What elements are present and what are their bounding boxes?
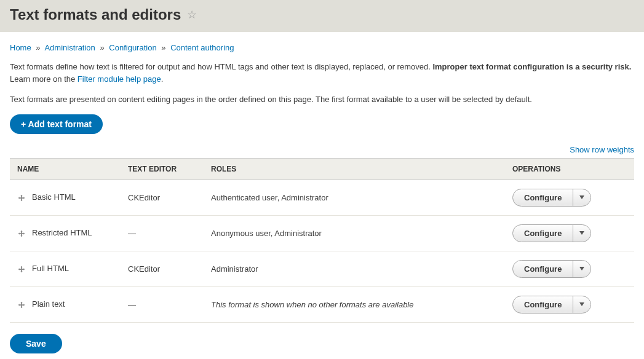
column-header-name: NAME	[10, 158, 121, 180]
filter-help-link[interactable]: Filter module help page	[78, 74, 161, 84]
format-roles: Authenticated user, Administrator	[204, 180, 505, 215]
format-editor: —	[121, 215, 204, 251]
drag-handle-icon[interactable]	[17, 194, 26, 202]
drag-handle-icon[interactable]	[17, 301, 26, 309]
dropdown-toggle[interactable]	[573, 261, 590, 277]
add-text-format-button[interactable]: + Add text format	[10, 114, 103, 134]
format-name: Plain text	[32, 299, 65, 309]
table-row: Full HTMLCKEditorAdministratorConfigure	[10, 251, 634, 286]
format-name: Basic HTML	[32, 192, 76, 202]
breadcrumb-separator: »	[36, 43, 40, 52]
intro-line1-post: .	[161, 74, 164, 84]
chevron-down-icon	[579, 231, 584, 235]
intro-text: Text formats define how text is filtered…	[10, 61, 634, 106]
page-title: Text formats and editors	[10, 6, 181, 23]
breadcrumb-separator: »	[100, 43, 104, 52]
format-roles: This format is shown when no other forma…	[204, 286, 505, 322]
page-header: Text formats and editors ☆	[0, 0, 644, 32]
favorite-star-icon[interactable]: ☆	[187, 8, 197, 22]
format-editor: CKEditor	[121, 251, 204, 286]
format-roles: Administrator	[204, 251, 505, 286]
table-row: Plain text—This format is shown when no …	[10, 286, 634, 322]
format-name: Full HTML	[32, 264, 69, 273]
breadcrumb-link-home[interactable]: Home	[10, 43, 31, 52]
breadcrumb-separator: »	[161, 43, 165, 52]
operations-dropbutton: Configure	[512, 189, 591, 207]
table-row: Basic HTMLCKEditorAuthenticated user, Ad…	[10, 180, 634, 215]
configure-button[interactable]: Configure	[513, 189, 573, 206]
operations-dropbutton: Configure	[512, 224, 591, 242]
breadcrumb-link-content-authoring[interactable]: Content authoring	[170, 43, 234, 52]
breadcrumb-link-configuration[interactable]: Configuration	[109, 43, 156, 52]
intro-line1-pre: Text formats define how text is filtered…	[10, 62, 432, 71]
text-formats-table: NAME TEXT EDITOR ROLES OPERATIONS Basic …	[10, 158, 634, 323]
save-button[interactable]: Save	[10, 334, 62, 353]
breadcrumb-link-administration[interactable]: Administration	[44, 43, 95, 52]
format-roles: Anonymous user, Administrator	[204, 215, 505, 251]
chevron-down-icon	[579, 195, 584, 199]
breadcrumb: Home » Administration » Configuration » …	[10, 43, 634, 52]
configure-button[interactable]: Configure	[513, 296, 573, 313]
format-editor: —	[121, 286, 204, 322]
drag-handle-icon[interactable]	[17, 229, 26, 238]
operations-dropbutton: Configure	[512, 260, 591, 278]
drag-handle-icon[interactable]	[17, 265, 26, 274]
column-header-roles: ROLES	[204, 158, 505, 180]
chevron-down-icon	[579, 302, 584, 306]
table-row: Restricted HTML—Anonymous user, Administ…	[10, 215, 634, 251]
dropdown-toggle[interactable]	[573, 225, 590, 242]
dropdown-toggle[interactable]	[573, 189, 590, 206]
format-name: Restricted HTML	[32, 228, 92, 237]
dropdown-toggle[interactable]	[573, 296, 590, 313]
chevron-down-icon	[579, 267, 584, 270]
show-row-weights-link[interactable]: Show row weights	[570, 145, 634, 154]
configure-button[interactable]: Configure	[513, 261, 573, 277]
intro-line1-mid: Learn more on the	[10, 74, 78, 84]
column-header-operations: OPERATIONS	[505, 158, 634, 180]
format-editor: CKEditor	[121, 180, 204, 215]
configure-button[interactable]: Configure	[513, 225, 573, 242]
column-header-editor: TEXT EDITOR	[121, 158, 204, 180]
intro-line1-strong: Improper text format configuration is a …	[432, 62, 631, 71]
operations-dropbutton: Configure	[512, 296, 591, 314]
intro-line2: Text formats are presented on content ed…	[10, 93, 634, 106]
